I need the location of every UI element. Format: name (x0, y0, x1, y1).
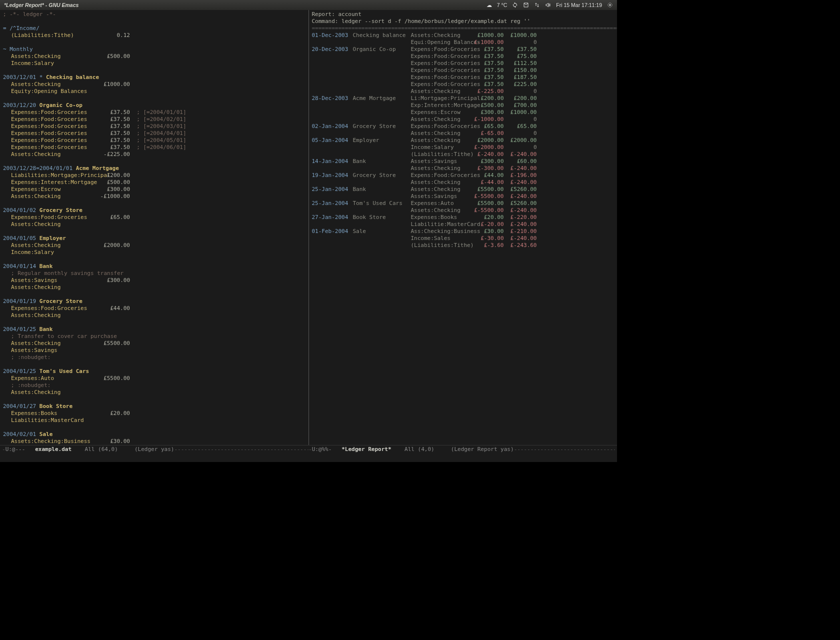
report-total: £-240.00 (504, 193, 537, 200)
ledger-account: Expenses:Food:Groceries (11, 137, 99, 144)
txn-header: 2004/01/27 Book Store (3, 403, 306, 410)
posting-note: ; [=2004/04/01] (136, 130, 186, 136)
report-total: 0 (504, 39, 537, 46)
network-icon[interactable] (534, 2, 540, 8)
mail-icon[interactable] (523, 2, 529, 8)
ledger-account: Equity:Opening Balances (11, 88, 99, 95)
posting-note: ; [=2004/01/01] (136, 109, 186, 116)
report-account: Equi:Opening Balances (411, 39, 471, 46)
report-total: £1000.00 (504, 32, 537, 39)
ledger-account: (Liabilities:Tithe) (11, 32, 99, 39)
report-account: Assets:Checking (411, 186, 471, 193)
posting-note: ; [=2004/02/01] (136, 116, 186, 122)
settings-icon[interactable] (607, 2, 613, 8)
report-account: Liabilitie:MasterCard (411, 221, 471, 228)
txn-comment: ; :nobudget: (11, 382, 50, 388)
report-total: £-220.00 (504, 214, 537, 221)
ledger-account: Expenses:Food:Groceries (11, 214, 99, 221)
report-account: Expenses:Escrow (411, 109, 471, 116)
report-amount: £2000.00 (471, 137, 504, 144)
report-account: Assets:Checking (411, 207, 471, 214)
ledger-account: Expenses:Auto (11, 375, 99, 382)
volume-icon[interactable] (545, 2, 551, 8)
report-amount: £1000.00 (471, 32, 504, 39)
ledger-account: Expenses:Escrow (11, 186, 99, 193)
ledger-amount: £37.50 (99, 123, 130, 130)
report-row: 20-Dec-2003Organic Co-opExpens:Food:Groc… (312, 46, 614, 53)
ledger-account: Expenses:Food:Groceries (11, 116, 99, 123)
report-total: £37.50 (504, 46, 537, 53)
report-row: 01-Feb-2004SaleAss:Checking:Business£30.… (312, 228, 614, 235)
modeline-right: -U:@%%- *Ledger Report* All (4,0) (Ledge… (308, 446, 615, 453)
ledger-amount: £37.50 (99, 130, 130, 137)
report-desc: Checking balance (353, 32, 411, 39)
report-total: £700.00 (504, 102, 537, 109)
report-row: Assets:Checking£-44.00£-240.00 (312, 179, 614, 186)
ledger-amount: £65.00 (99, 214, 130, 221)
report-date: 25-Jan-2004 (312, 186, 353, 193)
report-amount: £44.00 (471, 172, 504, 179)
ledger-account: Liabilities:MasterCard (11, 417, 99, 424)
ledger-amount: £500.00 (99, 179, 130, 186)
ledger-account: Assets:Checking:Business (11, 438, 99, 445)
report-desc: Sale (353, 228, 411, 235)
report-total: £-210.00 (504, 228, 537, 235)
report-row: 05-Jan-2004EmployerAssets:Checking£2000.… (312, 137, 614, 144)
report-row: Assets:Checking£-300.00£-240.00 (312, 165, 614, 172)
ledger-account: Assets:Checking (11, 221, 99, 228)
report-row: 19-Jan-2004Grocery StoreExpens:Food:Groc… (312, 172, 614, 179)
report-date: 28-Dec-2003 (312, 95, 353, 102)
report-account: Assets:Checking (411, 130, 471, 137)
report-date: 01-Feb-2004 (312, 228, 353, 235)
report-row: Expens:Food:Groceries£37.50£187.50 (312, 74, 614, 81)
report-account: Assets:Checking (411, 116, 471, 123)
report-amount: £200.00 (471, 95, 504, 102)
ledger-amount: £20.00 (99, 410, 130, 417)
ledger-amount: £37.50 (99, 144, 130, 151)
report-amount: £-30.00 (471, 235, 504, 242)
ledger-account: Expenses:Books (11, 410, 99, 417)
report-amount: £300.00 (471, 158, 504, 165)
report-row: 02-Jan-2004Grocery StoreExpens:Food:Groc… (312, 123, 614, 130)
ledger-modeline-comment: ; -*- ledger -*- (3, 11, 306, 18)
report-total: £200.00 (504, 95, 537, 102)
report-amount: £-3.60 (471, 242, 504, 249)
refresh-icon[interactable] (512, 2, 518, 8)
report-title: Report: account (312, 11, 614, 18)
report-account: (Liabilities:Tithe) (411, 151, 471, 158)
report-row: 25-Jan-2004BankAssets:Checking£5500.00£5… (312, 186, 614, 193)
report-row: Equi:Opening Balances£-1000.000 (312, 39, 614, 46)
ledger-account: Expenses:Interest:Mortgage (11, 179, 99, 186)
report-row: (Liabilities:Tithe)£-240.00£-240.00 (312, 151, 614, 158)
report-total: £-240.00 (504, 165, 537, 172)
report-row: 25-Jan-2004Tom's Used CarsExpenses:Auto£… (312, 200, 614, 207)
report-date: 20-Dec-2003 (312, 46, 353, 53)
report-amount: £37.50 (471, 60, 504, 67)
minibuffer[interactable] (0, 453, 617, 462)
report-amount: £300.00 (471, 109, 504, 116)
report-row: Assets:Checking£-5500.00£-240.00 (312, 207, 614, 214)
report-account: Expens:Food:Groceries (411, 46, 471, 53)
report-total: £1000.00 (504, 109, 537, 116)
ledger-account: Expenses:Food:Groceries (11, 305, 99, 312)
report-total: £-240.00 (504, 221, 537, 228)
txn-header: 2003/12/01 * Checking balance (3, 74, 306, 81)
report-desc: Tom's Used Cars (353, 200, 411, 207)
report-account: Expens:Food:Groceries (411, 53, 471, 60)
ledger-account: Assets:Checking (11, 242, 99, 249)
buffer-ledger-report[interactable]: Report: accountCommand: ledger --sort d … (308, 10, 618, 445)
report-account: Expens:Food:Groceries (411, 67, 471, 74)
report-row: Income:Salary£-2000.000 (312, 144, 614, 151)
report-total: £5260.00 (504, 186, 537, 193)
report-account: Assets:Checking (411, 165, 471, 172)
ledger-amount: £2000.00 (99, 242, 130, 249)
report-row: Assets:Savings£-5500.00£-240.00 (312, 193, 614, 200)
txn-comment: ; Regular monthly savings transfer (11, 270, 124, 276)
report-amount: £37.50 (471, 81, 504, 88)
report-account: Assets:Checking (411, 137, 471, 144)
report-row: Expens:Food:Groceries£37.50£150.00 (312, 67, 614, 74)
buffer-example-dat[interactable]: ; -*- ledger -*- = /^Income/(Liabilities… (0, 10, 308, 445)
ledger-account: Assets:Checking (11, 81, 99, 88)
ledger-account: Expenses:Food:Groceries (11, 130, 99, 137)
report-total: 0 (504, 144, 537, 151)
